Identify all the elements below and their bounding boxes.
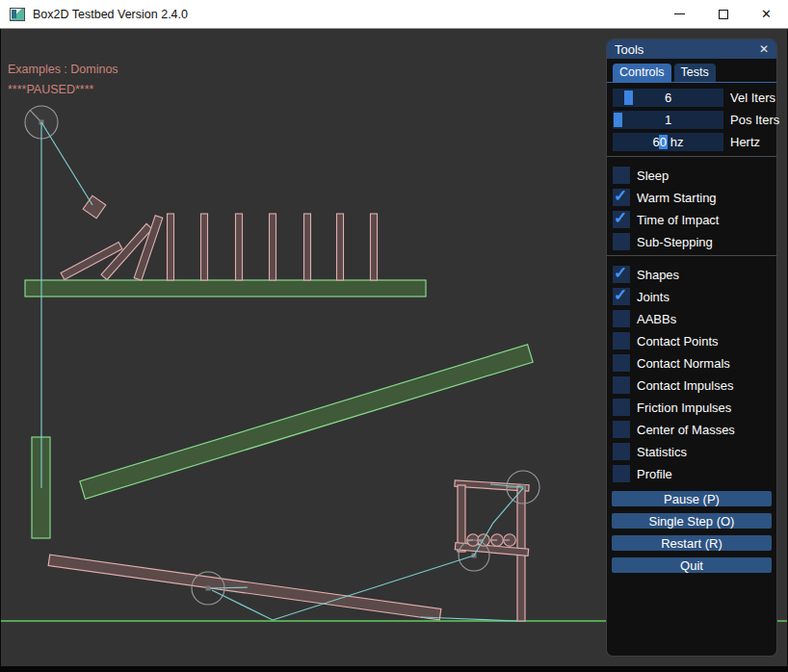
- checkbox-warm-starting[interactable]: ✓: [613, 189, 630, 206]
- checkbox-label: Profile: [637, 467, 672, 481]
- example-label: Examples : Dominos: [8, 63, 118, 76]
- checkbox-friction-impulses[interactable]: [613, 399, 630, 416]
- minimize-button[interactable]: [658, 0, 701, 28]
- joint-anchors: [39, 120, 526, 591]
- app-window: Box2D Testbed Version 2.4.0 ✕: [0, 0, 788, 672]
- check-icon: ✓: [614, 263, 627, 283]
- checkbox-profile[interactable]: [613, 465, 630, 482]
- checkbox-row-statistics: Statistics: [613, 443, 771, 460]
- maximize-button[interactable]: [701, 0, 745, 28]
- slider-value: 1: [613, 111, 723, 129]
- checkbox-label: Sleep: [637, 168, 669, 183]
- panel-buttons: Pause (P) Single Step (O) Restart (R) Qu…: [607, 487, 776, 573]
- check-icon: ✓: [614, 208, 627, 228]
- separator: [607, 156, 776, 157]
- checkbox-label: Statistics: [637, 445, 687, 459]
- checkbox-contact-points[interactable]: [613, 332, 630, 349]
- checkbox-label: Contact Points: [637, 334, 719, 349]
- slider-label: Hertz: [730, 135, 760, 149]
- check-icon: ✓: [614, 186, 627, 206]
- checkbox-contact-impulses[interactable]: [613, 376, 630, 394]
- maximize-icon: [719, 10, 728, 19]
- tools-panel-titlebar[interactable]: Tools ✕: [607, 39, 776, 59]
- checkbox-aabbs[interactable]: [613, 310, 630, 327]
- tools-close-icon[interactable]: ✕: [759, 43, 769, 55]
- checkbox-shapes[interactable]: ✓: [613, 266, 630, 283]
- checkbox-row-sleep: Sleep: [613, 167, 771, 184]
- checkbox-row-sub-stepping: Sub-Stepping: [613, 233, 771, 250]
- checkbox-label: Contact Normals: [637, 356, 730, 371]
- title-bar[interactable]: Box2D Testbed Version 2.4.0 ✕: [0, 0, 788, 29]
- checkbox-row-warm-starting: ✓ Warm Starting: [613, 189, 771, 206]
- checkbox-row-joints: ✓ Joints: [613, 288, 771, 305]
- slider-track-hertz[interactable]: 60 hz: [613, 133, 723, 151]
- checkbox-sub-stepping[interactable]: [613, 233, 630, 250]
- sim-options-section: Sleep ✓ Warm Starting ✓ Time of Impact S…: [607, 161, 776, 250]
- slider-label: Vel Iters: [730, 90, 775, 105]
- button-single-step-o[interactable]: Single Step (O): [612, 513, 772, 529]
- checkbox-joints[interactable]: ✓: [613, 288, 630, 305]
- checkbox-row-time-of-impact: ✓ Time of Impact: [613, 211, 771, 228]
- checkbox-row-friction-impulses: Friction Impulses: [613, 399, 771, 416]
- paused-label: ****PAUSED****: [8, 83, 93, 96]
- checkbox-sleep[interactable]: [613, 167, 630, 184]
- window-bottom-border: [0, 666, 788, 672]
- checkbox-row-aabbs: AABBs: [613, 310, 771, 327]
- checkbox-label: Center of Masses: [637, 423, 735, 437]
- check-icon: ✓: [614, 285, 627, 305]
- draw-options-section: ✓ Shapes ✓ Joints AABBs Contact Points C…: [607, 260, 776, 482]
- window-title: Box2D Testbed Version 2.4.0: [33, 8, 188, 21]
- checkbox-label: Contact Impulses: [637, 378, 733, 393]
- checkbox-contact-normals[interactable]: [613, 354, 630, 372]
- button-restart-r[interactable]: Restart (R): [612, 535, 772, 551]
- checkbox-label: Shapes: [637, 268, 679, 282]
- slider-vel-iters: 6 Vel Iters: [613, 89, 771, 107]
- pendulum-box: [83, 195, 106, 219]
- checkbox-row-contact-points: Contact Points: [613, 332, 771, 349]
- slider-label: Pos Iters: [730, 113, 779, 127]
- slider-value: 60 hz: [613, 133, 723, 151]
- slider-value: 6: [613, 89, 723, 107]
- checkbox-label: Warm Starting: [637, 191, 717, 205]
- app-icon: [10, 8, 25, 21]
- checkbox-label: Joints: [637, 290, 670, 304]
- tools-panel-title: Tools: [615, 42, 644, 57]
- close-icon: ✕: [761, 8, 772, 20]
- checkbox-statistics[interactable]: [613, 443, 630, 460]
- standing-dominoes: [168, 214, 378, 280]
- slider-track-pos-iters[interactable]: 1: [613, 111, 723, 129]
- domino-platform: [25, 280, 426, 297]
- checkbox-label: Time of Impact: [637, 213, 719, 227]
- close-button[interactable]: ✕: [745, 0, 788, 28]
- tools-panel: Tools ✕ Controls Tests 6 Vel Iters 1 Pos…: [606, 39, 777, 657]
- checkbox-row-profile: Profile: [613, 465, 771, 482]
- separator: [607, 255, 776, 256]
- fallen-dominoes: [61, 216, 163, 281]
- checkbox-row-center-of-masses: Center of Masses: [613, 421, 771, 438]
- tab-controls[interactable]: Controls: [613, 64, 671, 82]
- slider-section: 6 Vel Iters 1 Pos Iters 60 hz Hertz: [607, 83, 776, 151]
- checkbox-label: AABBs: [637, 312, 676, 326]
- checkbox-center-of-masses[interactable]: [613, 421, 630, 438]
- button-quit[interactable]: Quit: [612, 557, 772, 573]
- button-pause-p[interactable]: Pause (P): [612, 491, 772, 506]
- checkbox-row-contact-impulses: Contact Impulses: [613, 376, 771, 394]
- checkbox-label: Sub-Stepping: [637, 235, 713, 249]
- green-ramp-plank: [80, 345, 533, 499]
- slider-pos-iters: 1 Pos Iters: [613, 111, 771, 129]
- slider-track-vel-iters[interactable]: 6: [613, 89, 723, 107]
- tab-tests[interactable]: Tests: [674, 64, 716, 82]
- checkbox-time-of-impact[interactable]: ✓: [613, 211, 630, 228]
- slider-hertz: 60 hz Hertz: [613, 133, 771, 151]
- tab-bar: Controls Tests: [607, 59, 776, 83]
- checkbox-row-contact-normals: Contact Normals: [613, 354, 771, 372]
- cradle-frame: [455, 480, 529, 621]
- checkbox-row-shapes: ✓ Shapes: [613, 266, 771, 283]
- minimize-icon: [674, 13, 685, 14]
- checkbox-label: Friction Impulses: [637, 401, 731, 415]
